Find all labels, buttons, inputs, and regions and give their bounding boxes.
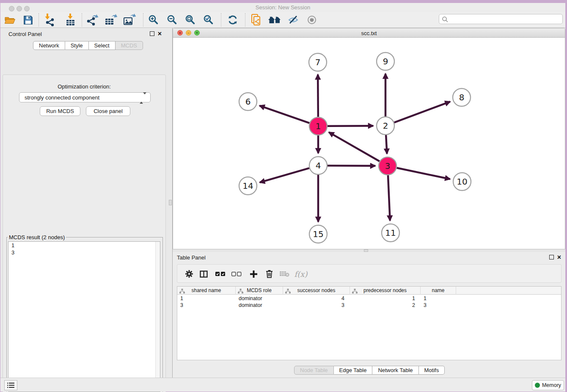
refresh-icon[interactable] [226, 14, 240, 26]
settings-gear-icon[interactable] [182, 268, 196, 280]
edge-3-11[interactable] [388, 175, 390, 221]
cell-successor-nodes[interactable]: 3 [283, 302, 350, 309]
table-panel-title: Table Panel [177, 254, 206, 261]
graph-node-6[interactable]: 6 [239, 93, 257, 110]
zoom-out-icon[interactable] [165, 14, 179, 26]
add-column-icon[interactable] [247, 268, 260, 280]
cell-mcds-role[interactable]: dominator [236, 295, 283, 302]
split-panel-icon[interactable] [197, 268, 210, 280]
graph-node-15[interactable]: 15 [309, 225, 327, 243]
column-header-predecessor-nodes[interactable]: predecessor nodes [350, 287, 421, 295]
edge-3-1[interactable] [329, 132, 380, 161]
run-mcds-button[interactable]: Run MCDS [40, 106, 80, 116]
desktop-background: { "window": { "title": "Session: New Ses… [0, 0, 567, 392]
tab-motifs[interactable]: Motifs [419, 366, 445, 375]
tab-node-table[interactable]: Node Table [294, 366, 334, 375]
function-builder-icon[interactable]: f(x) [294, 268, 308, 280]
memory-label: Memory [542, 382, 561, 388]
column-header-mcds-role[interactable]: MCDS role [236, 287, 283, 295]
float-panel-icon[interactable] [150, 31, 154, 36]
graph-node-14[interactable]: 14 [239, 177, 257, 195]
column-header-successor-nodes[interactable]: successor nodes [283, 287, 350, 295]
zoom-selected-icon[interactable] [201, 14, 216, 26]
zoom-in-icon[interactable] [146, 14, 161, 26]
cell-mcds-role[interactable]: dominator [236, 302, 283, 309]
tab-network-table[interactable]: Network Table [372, 366, 418, 375]
column-label: name [432, 287, 444, 293]
edge-2-3[interactable] [386, 135, 387, 154]
tab-mcds[interactable]: MCDS [116, 41, 143, 50]
tab-style[interactable]: Style [65, 41, 89, 50]
close-table-panel-icon[interactable]: × [557, 255, 561, 259]
home-icon[interactable] [267, 14, 282, 26]
close-panel-button[interactable]: Close panel [86, 106, 130, 116]
cell-successor-nodes[interactable]: 4 [283, 295, 350, 302]
cell-predecessor-nodes[interactable]: 2 [350, 302, 421, 309]
export-image-icon[interactable] [122, 14, 137, 26]
result-scrollbar[interactable] [155, 242, 160, 392]
graph-node-8[interactable]: 8 [453, 88, 471, 106]
graph-node-10[interactable]: 10 [453, 173, 471, 190]
network-canvas[interactable]: 7968124314101511 [173, 38, 565, 249]
network-window-titlebar[interactable]: × − + scc.txt [173, 28, 565, 38]
delete-column-icon[interactable] [262, 268, 276, 280]
clone-network-icon[interactable] [249, 14, 263, 26]
open-folder-icon[interactable] [3, 14, 17, 26]
edge-3-10[interactable] [397, 168, 450, 179]
export-network-icon[interactable] [85, 14, 99, 26]
graph-node-9[interactable]: 9 [377, 52, 394, 70]
graph-node-7[interactable]: 7 [309, 53, 327, 71]
table-header-row: shared nameMCDS rolesuccessor nodesprede… [177, 287, 561, 295]
edge-4-14[interactable] [260, 168, 309, 182]
graph-node-1[interactable]: 1 [309, 117, 327, 135]
import-table-icon[interactable] [63, 14, 77, 26]
save-icon[interactable] [21, 14, 35, 26]
search-input[interactable] [449, 15, 559, 23]
node-label: 15 [313, 229, 323, 239]
dropdown-selected-value: strongly connected component [25, 94, 99, 101]
graph-node-2[interactable]: 2 [377, 117, 394, 135]
edge-4-3[interactable] [328, 166, 375, 166]
node-label: 9 [383, 56, 388, 66]
table-row[interactable]: 3dominator323 [177, 302, 561, 309]
cell-shared-name[interactable]: 3 [177, 302, 236, 309]
tab-edge-table[interactable]: Edge Table [334, 366, 373, 375]
edge-1-6[interactable] [259, 106, 309, 123]
cell-predecessor-nodes[interactable]: 1 [350, 295, 421, 302]
import-network-icon[interactable] [43, 14, 57, 26]
export-table-icon[interactable] [104, 14, 118, 26]
select-all-checkboxes-icon[interactable] [214, 268, 227, 280]
tab-select[interactable]: Select [89, 41, 116, 50]
node-label: 3 [385, 161, 391, 171]
tab-network[interactable]: Network [33, 41, 65, 50]
vertical-split-divider[interactable] [168, 28, 173, 378]
optimization-criterion-dropdown[interactable]: strongly connected component [19, 92, 151, 102]
mcds-result-line: 3 [8, 249, 160, 256]
graph-node-3[interactable]: 3 [379, 157, 396, 175]
mcds-result-textarea[interactable]: 13 [8, 241, 160, 392]
column-header-shared-name[interactable]: shared name [177, 287, 236, 295]
eye-icon[interactable] [305, 14, 319, 26]
column-label: predecessor nodes [363, 287, 407, 293]
graph-node-11[interactable]: 11 [382, 224, 399, 242]
close-panel-icon[interactable]: × [158, 31, 162, 36]
column-header-name[interactable]: name [421, 287, 456, 295]
cell-name[interactable]: 3 [421, 302, 456, 309]
node-label: 4 [316, 160, 321, 171]
graph-node-4[interactable]: 4 [309, 157, 327, 174]
eye-slash-icon[interactable] [286, 14, 300, 26]
task-history-button[interactable] [4, 380, 17, 390]
edge-2-8[interactable] [394, 102, 450, 122]
deselect-all-checkboxes-icon[interactable] [230, 268, 243, 280]
memory-button[interactable]: Memory [532, 380, 564, 390]
float-table-panel-icon[interactable] [549, 255, 554, 259]
edge-1-2[interactable] [328, 126, 373, 126]
delete-table-icon[interactable] [278, 268, 291, 280]
cell-name[interactable]: 1 [421, 295, 456, 302]
control-panel-tabs: NetworkStyleSelectMCDS [33, 41, 143, 50]
cell-shared-name[interactable]: 1 [177, 295, 236, 302]
divider-grip[interactable] [169, 200, 172, 205]
table-row[interactable]: 1dominator411 [177, 295, 561, 302]
edge-1-7[interactable] [318, 75, 318, 117]
zoom-fit-icon[interactable] [183, 14, 198, 26]
